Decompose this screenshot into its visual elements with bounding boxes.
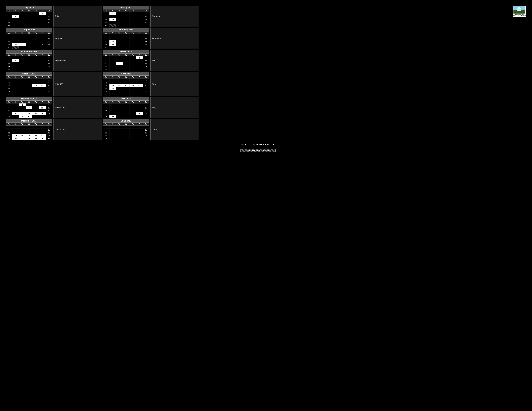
table-row: 11 17 bbox=[103, 131, 150, 134]
january-2017-calendar: January 2017 Su M Tu W Th F Sa 1 2 bbox=[103, 6, 150, 27]
header-w: W bbox=[26, 9, 32, 12]
december-2016-title: December 2016 bbox=[6, 119, 52, 123]
table-row: 1 bbox=[6, 78, 52, 81]
august-label: August bbox=[53, 28, 102, 49]
april-2017-title: April 2017 bbox=[103, 72, 150, 75]
table-row: 26 bbox=[103, 46, 150, 49]
table-row: 9 10 11 12 13 14 15 bbox=[103, 84, 150, 87]
table-row: 2 8 bbox=[103, 81, 150, 84]
legend-row-quarter-start: START OF NEW QUARTER bbox=[240, 149, 276, 152]
table-row: 18 24 bbox=[6, 65, 52, 68]
logo-text-line2: High School District bbox=[513, 15, 526, 17]
table-row: 16 bbox=[6, 18, 52, 21]
table-row: 19 20 25 bbox=[103, 43, 150, 46]
table-row: 1 5 bbox=[6, 103, 52, 106]
table-row: 14 20 bbox=[6, 40, 52, 43]
table-row: 28 bbox=[6, 46, 52, 49]
july-label: July bbox=[53, 6, 102, 27]
table-row: 4 bbox=[103, 34, 150, 37]
table-row: 25 bbox=[103, 137, 150, 140]
header-th: Th bbox=[32, 9, 39, 12]
table-row: 28 29 bbox=[103, 115, 150, 118]
table-row: 5 11 bbox=[103, 59, 150, 62]
february-2017-calendar: February 2017 Su M Tu W Th F Sa bbox=[103, 28, 150, 49]
table-row: 11 17 bbox=[6, 131, 52, 134]
logo-area: Oxnard Union High School District bbox=[513, 6, 526, 17]
month-row-november: November 2016 Su M Tu W Th F Sa 1 bbox=[6, 97, 510, 118]
table-row: 30 bbox=[103, 93, 150, 96]
school-not-in-session-label: SCHOOL NOT IN SESSION bbox=[241, 143, 275, 146]
table-row: 12 -- 14 18 bbox=[103, 62, 150, 65]
table-row: 15 16 21 bbox=[103, 18, 150, 21]
table-row: 7 13 bbox=[103, 106, 150, 109]
june-label: June bbox=[150, 119, 199, 140]
logo-icon bbox=[513, 6, 525, 14]
table-row: 19 25 bbox=[103, 65, 150, 68]
logo-text-line1: Oxnard Union bbox=[513, 14, 526, 15]
table-row: 4 10 bbox=[6, 129, 52, 131]
table-row: 21 22 23 -- 27 bbox=[6, 43, 52, 46]
table-row: 20 21 22 23 24 25 26 bbox=[6, 112, 52, 115]
march-2017-title: March 2017 bbox=[103, 50, 150, 54]
month-row-september: September 2016 Su M Tu W Th F Sa bbox=[6, 50, 510, 71]
table-row: 1 bbox=[103, 78, 150, 81]
table-row: 14 20 bbox=[103, 109, 150, 112]
table-row: 11 17 bbox=[6, 62, 52, 65]
august-2016-title: August 2016 bbox=[6, 28, 52, 31]
header-su: Su bbox=[6, 9, 12, 12]
table-row: 5 11 bbox=[103, 37, 150, 40]
header-f: F bbox=[39, 9, 46, 12]
july-2016-title: July 2016 bbox=[6, 6, 52, 9]
table-row: 3 bbox=[103, 126, 150, 129]
table-row: 25 26 27 28 29 30 31 bbox=[6, 137, 52, 140]
august-2016-calendar: August 2016 Su M Tu W Th F Sa bbox=[6, 28, 52, 49]
table-row: 3 4 bbox=[103, 56, 150, 59]
table-row: 6 bbox=[103, 103, 150, 106]
table-row: 3 4 9 bbox=[6, 15, 52, 18]
april-2017-calendar: April 2017 Su M Tu W Th F Sa bbox=[103, 72, 150, 96]
november-label: November bbox=[53, 97, 102, 118]
table-row: 26 bbox=[103, 68, 150, 71]
month-row-july: July 2016 Su M Tu W Th F Sa bbox=[6, 6, 510, 27]
table-row: 17 23 bbox=[6, 21, 52, 24]
table-row: 2 8 bbox=[6, 81, 52, 84]
header-m: M bbox=[12, 9, 19, 12]
quarter-start-legend-box: START OF NEW QUARTER bbox=[240, 149, 276, 152]
october-2016-title: October 2016 bbox=[6, 72, 52, 75]
table-row: 13 19 bbox=[6, 109, 52, 112]
table-row: 6 9 11 12 bbox=[6, 106, 52, 109]
table-row: 4 10 bbox=[103, 129, 150, 131]
april-label: April bbox=[150, 72, 199, 96]
table-row: 1 2 bbox=[6, 12, 52, 15]
may-label: May bbox=[150, 97, 199, 118]
page-wrapper: Oxnard Union High School District July 2… bbox=[3, 3, 529, 155]
december-2016-calendar: December 2016 Su M Tu W Th F Sa bbox=[6, 119, 52, 140]
october-label: October bbox=[53, 72, 102, 96]
may-2017-title: May 2017 bbox=[103, 97, 150, 101]
table-row: 16 17 22 bbox=[103, 87, 150, 90]
table-row: 7 13 bbox=[6, 37, 52, 40]
table-row: 8 14 bbox=[103, 15, 150, 18]
table-row: 21 26 27 bbox=[103, 112, 150, 115]
table-row: 23 29 bbox=[103, 90, 150, 93]
table-row: 3 bbox=[6, 56, 52, 59]
january-2017-title: January 2017 bbox=[103, 6, 150, 9]
table-row: 24 30 bbox=[6, 24, 52, 27]
november-2016-title: November 2016 bbox=[6, 97, 52, 101]
table-row: 3 bbox=[6, 126, 52, 129]
table-row: 29 31 bbox=[103, 24, 150, 27]
october-2016-calendar: October 2016 Su M Tu W Th F Sa bbox=[6, 72, 52, 96]
legend-area: SCHOOL NOT IN SESSION START OF NEW QUART… bbox=[6, 142, 510, 153]
month-row-august: August 2016 Su M Tu W Th F Sa bbox=[6, 28, 510, 49]
table-row: 18 24 bbox=[103, 134, 150, 137]
july-2016-calendar: July 2016 Su M Tu W Th F Sa bbox=[6, 6, 52, 27]
september-2016-title: September 2016 bbox=[6, 50, 52, 54]
table-row: 6 bbox=[6, 34, 52, 37]
september-label: September bbox=[53, 50, 102, 71]
december-label: December bbox=[53, 119, 102, 140]
table-row: 4 5 10 bbox=[6, 59, 52, 62]
january-2017-table: Su M Tu W Th F Sa 1 2 bbox=[103, 9, 150, 27]
june-2017-title: June 2017 bbox=[103, 119, 150, 123]
table-row: 23 29 bbox=[6, 90, 52, 93]
july-2016-table: Su M Tu W Th F Sa 1 bbox=[6, 9, 52, 27]
